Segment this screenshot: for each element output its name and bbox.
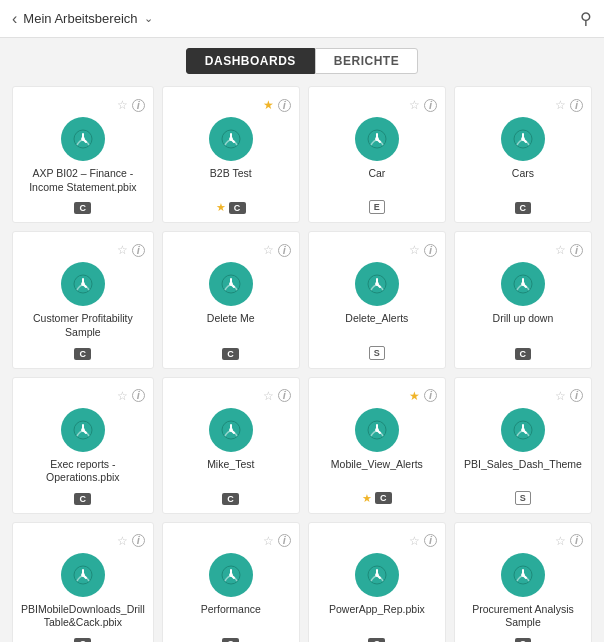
card-badge-row: S	[515, 491, 531, 505]
star-icon[interactable]: ☆	[555, 243, 566, 257]
badge-filled: C	[375, 492, 392, 504]
card-badge-row: C	[74, 348, 91, 360]
svg-point-35	[521, 428, 525, 432]
card-5[interactable]: ☆i Customer Profitability SampleC	[12, 231, 154, 368]
card-badge-row: ★C	[216, 201, 246, 214]
card-title: Cars	[512, 167, 534, 194]
svg-point-44	[375, 573, 379, 577]
card-badge-row: C	[515, 202, 532, 214]
star-icon[interactable]: ☆	[117, 534, 128, 548]
card-16[interactable]: ☆i Procurement Analysis SampleC	[454, 522, 592, 642]
card-icons-row: ☆i	[463, 533, 583, 549]
svg-point-29	[229, 428, 233, 432]
star-icon[interactable]: ☆	[555, 98, 566, 112]
card-badge-row: C	[74, 493, 91, 505]
svg-point-14	[81, 282, 85, 286]
star-icon[interactable]: ☆	[117, 98, 128, 112]
grid: ☆i AXP BI02 – Finance - Income Statement…	[0, 82, 604, 642]
card-badge-row: C	[222, 638, 239, 642]
info-icon[interactable]: i	[132, 244, 145, 257]
tab-berichte[interactable]: BERICHTE	[315, 48, 418, 74]
badge-filled: C	[515, 638, 532, 642]
dashboard-icon	[61, 262, 105, 306]
info-icon[interactable]: i	[278, 99, 291, 112]
card-badge-row: ★C	[362, 492, 392, 505]
dashboard-icon	[61, 408, 105, 452]
card-15[interactable]: ☆i PowerApp_Rep.pbixC	[308, 522, 446, 642]
tab-bar: DASHBOARDS BERICHTE	[0, 38, 604, 82]
card-title: PBI_Sales_Dash_Theme	[464, 458, 582, 483]
card-badge-row: C	[515, 638, 532, 642]
card-title: Drill up down	[493, 312, 554, 339]
card-title: Delete_Alerts	[345, 312, 408, 337]
info-icon[interactable]: i	[570, 534, 583, 547]
tab-dashboards[interactable]: DASHBOARDS	[186, 48, 315, 74]
card-icons-row: ☆i	[463, 97, 583, 113]
card-13[interactable]: ☆i PBIMobileDownloads_Drill Table&Cack.p…	[12, 522, 154, 642]
svg-point-17	[229, 282, 233, 286]
card-title: B2B Test	[210, 167, 252, 193]
info-icon[interactable]: i	[424, 534, 437, 547]
star-icon[interactable]: ☆	[117, 389, 128, 403]
card-icons-row: ☆i	[171, 242, 291, 258]
top-bar-left: ‹ Mein Arbeitsbereich ⌄	[12, 10, 153, 28]
star-icon[interactable]: ☆	[409, 534, 420, 548]
star-icon[interactable]: ★	[409, 389, 420, 403]
card-icons-row: ☆i	[21, 533, 145, 549]
back-arrow[interactable]: ‹	[12, 10, 17, 28]
card-12[interactable]: ☆i PBI_Sales_Dash_ThemeS	[454, 377, 592, 514]
card-9[interactable]: ☆i Exec reports - Operations.pbixC	[12, 377, 154, 514]
info-icon[interactable]: i	[132, 389, 145, 402]
svg-point-32	[375, 428, 379, 432]
card-4[interactable]: ☆i CarsC	[454, 86, 592, 223]
card-14[interactable]: ☆i PerformanceC	[162, 522, 300, 642]
info-icon[interactable]: i	[424, 389, 437, 402]
workspace-label: Mein Arbeitsbereich	[23, 11, 137, 26]
info-icon[interactable]: i	[132, 99, 145, 112]
card-6[interactable]: ☆i Delete MeC	[162, 231, 300, 368]
dashboard-icon	[501, 262, 545, 306]
badge-filled: C	[222, 348, 239, 360]
dashboard-icon	[501, 408, 545, 452]
badge-star: ★	[216, 201, 226, 214]
star-icon[interactable]: ☆	[409, 243, 420, 257]
card-3[interactable]: ☆i CarE	[308, 86, 446, 223]
star-icon[interactable]: ★	[263, 98, 274, 112]
info-icon[interactable]: i	[132, 534, 145, 547]
card-10[interactable]: ☆i Mike_TestC	[162, 377, 300, 514]
info-icon[interactable]: i	[424, 99, 437, 112]
star-icon[interactable]: ☆	[117, 243, 128, 257]
star-icon[interactable]: ☆	[263, 534, 274, 548]
info-icon[interactable]: i	[570, 99, 583, 112]
info-icon[interactable]: i	[570, 244, 583, 257]
search-icon[interactable]: ⚲	[580, 9, 592, 28]
badge-star: ★	[362, 492, 372, 505]
card-1[interactable]: ☆i AXP BI02 – Finance - Income Statement…	[12, 86, 154, 223]
card-title: Customer Profitability Sample	[21, 312, 145, 339]
info-icon[interactable]: i	[278, 534, 291, 547]
star-icon[interactable]: ☆	[263, 243, 274, 257]
badge-filled: C	[222, 638, 239, 642]
card-title: PowerApp_Rep.pbix	[329, 603, 425, 630]
card-title: Procurement Analysis Sample	[463, 603, 583, 630]
info-icon[interactable]: i	[424, 244, 437, 257]
card-8[interactable]: ☆i Drill up downC	[454, 231, 592, 368]
info-icon[interactable]: i	[278, 244, 291, 257]
dashboard-icon	[355, 117, 399, 161]
card-badge-row: S	[369, 346, 385, 360]
star-icon[interactable]: ☆	[409, 98, 420, 112]
card-7[interactable]: ☆i Delete_AlertsS	[308, 231, 446, 368]
star-icon[interactable]: ☆	[555, 389, 566, 403]
info-icon[interactable]: i	[570, 389, 583, 402]
dashboard-icon	[209, 117, 253, 161]
info-icon[interactable]: i	[278, 389, 291, 402]
dashboard-icon	[501, 117, 545, 161]
card-2[interactable]: ★i B2B Test★C	[162, 86, 300, 223]
card-icons-row: ☆i	[21, 97, 145, 113]
card-11[interactable]: ★i Mobile_View_Alerts★C	[308, 377, 446, 514]
card-icons-row: ☆i	[171, 388, 291, 404]
star-icon[interactable]: ☆	[263, 389, 274, 403]
badge-filled: C	[368, 638, 385, 642]
star-icon[interactable]: ☆	[555, 534, 566, 548]
badge-filled: C	[515, 348, 532, 360]
